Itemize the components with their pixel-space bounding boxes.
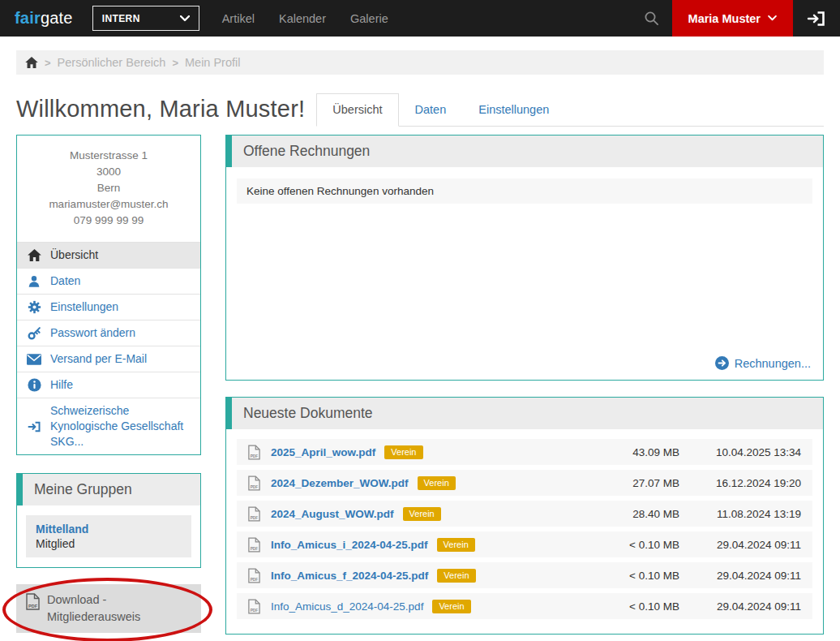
sign-in-icon — [807, 10, 826, 28]
home-icon[interactable] — [25, 57, 38, 68]
pdf-file-icon: PDF — [248, 506, 260, 522]
info-icon — [26, 378, 42, 392]
document-link[interactable]: Info_Amicus_d_2024-04-25.pdf — [271, 600, 423, 613]
document-date: 29.04.2024 09:11 — [679, 570, 801, 582]
document-link[interactable]: Info_Amicus_i_2024-04-25.pdf — [271, 539, 428, 551]
pdf-file-icon: PDF — [248, 537, 260, 553]
user-menu-button[interactable]: Maria Muster — [672, 0, 793, 37]
document-size: < 0.10 MB — [582, 570, 679, 582]
svg-text:PDF: PDF — [251, 485, 259, 489]
profile-tabs: ÜbersichtDatenEinstellungen — [316, 93, 824, 127]
contact-line: mariamuster@muster.ch — [24, 196, 194, 213]
document-badge: Verein — [437, 569, 475, 583]
logo-part-gate: gate — [41, 9, 73, 27]
contact-info: Musterstrasse 13000Bernmariamuster@muste… — [17, 136, 200, 242]
document-link[interactable]: 2025_April_wow.pdf — [271, 446, 375, 458]
document-badge: Verein — [403, 507, 441, 521]
sidebar-item-label: Hilfe — [50, 377, 73, 393]
sidebar-item-einstellungen[interactable]: Einstellungen — [17, 295, 200, 320]
sidebar-item-hilfe[interactable]: Hilfe — [17, 372, 200, 398]
pdf-file-icon: PDF — [248, 568, 260, 583]
home-icon — [26, 249, 42, 261]
envelope-icon — [26, 354, 42, 365]
sidebar-item-label: Schweizerische Kynologische Gesellschaft… — [50, 403, 191, 450]
document-size: < 0.10 MB — [582, 600, 679, 613]
invoices-panel-title: Offene Rechnungen — [226, 136, 823, 167]
profile-card-panel: Musterstrasse 13000Bernmariamuster@muste… — [16, 135, 201, 455]
document-date: 29.04.2024 09:11 — [679, 600, 801, 613]
document-row: PDF 2024_Dezember_WOW.pdf Verein 27.07 M… — [237, 470, 812, 496]
download-membership-card-button[interactable]: PDF Download - Mitgliederausweis — [16, 584, 201, 633]
sidebar-item-versand-per-e-mail[interactable]: Versand per E-Mail — [17, 346, 200, 372]
document-date: 16.12.2024 19:20 — [679, 477, 801, 489]
sidebar-item-label: Einstellungen — [50, 299, 118, 315]
document-link[interactable]: 2024_August_WOW.pdf — [271, 508, 394, 520]
scope-dropdown[interactable]: INTERN — [92, 6, 199, 31]
pdf-file-icon: PDF — [248, 445, 260, 460]
sidebar-item-daten[interactable]: Daten — [17, 269, 200, 295]
navbar-right: Maria Muster — [631, 0, 840, 37]
document-row: PDF 2024_August_WOW.pdf Verein 28.40 MB … — [237, 501, 812, 527]
scope-dropdown-value: INTERN — [102, 13, 140, 24]
invoices-empty-message: Keine offenen Rechnungen vorhanden — [237, 179, 812, 204]
nav-link-galerie[interactable]: Galerie — [350, 12, 388, 25]
logout-button[interactable] — [793, 0, 840, 37]
groups-panel-title: Meine Gruppen — [17, 474, 200, 505]
nav-link-kalender[interactable]: Kalender — [279, 12, 326, 25]
document-date: 11.08.2024 13:19 — [679, 508, 801, 520]
open-invoices-panel: Offene Rechnungen Keine offenen Rechnung… — [225, 135, 824, 381]
tab-bersicht[interactable]: Übersicht — [316, 93, 398, 127]
main-content: Musterstrasse 13000Bernmariamuster@muste… — [0, 135, 840, 635]
search-icon — [644, 11, 659, 26]
sidebar-item-label: Versand per E-Mail — [50, 351, 147, 367]
nav-links: ArtikelKalenderGalerie — [222, 12, 388, 25]
svg-text:PDF: PDF — [251, 516, 259, 520]
breadcrumb-item-mein-profil[interactable]: Mein Profil — [185, 56, 241, 69]
group-name-link[interactable]: Mittelland — [36, 523, 182, 536]
download-section: PDF Download - Mitgliederausweis — [16, 584, 201, 633]
invoices-link[interactable]: Rechnungen... — [735, 357, 811, 370]
tab-daten[interactable]: Daten — [399, 93, 463, 127]
document-link[interactable]: 2024_Dezember_WOW.pdf — [271, 477, 409, 489]
document-size: < 0.10 MB — [582, 539, 679, 551]
right-column: Offene Rechnungen Keine offenen Rechnung… — [225, 135, 824, 635]
document-badge: Verein — [432, 600, 470, 613]
document-link[interactable]: Info_Amicus_f_2024-04-25.pdf — [271, 570, 428, 582]
top-navbar: fairgate INTERN ArtikelKalenderGalerie M… — [0, 0, 840, 37]
tab-einstellungen[interactable]: Einstellungen — [462, 93, 565, 127]
group-card: MittellandMitglied — [26, 515, 191, 557]
gear-icon — [26, 300, 42, 314]
left-column: Musterstrasse 13000Bernmariamuster@muste… — [16, 135, 201, 635]
sidebar-item-passwort-ndern[interactable]: Passwort ändern — [17, 320, 200, 346]
sign-in-icon — [26, 420, 42, 433]
fairgate-logo[interactable]: fairgate — [15, 9, 73, 28]
sidebar-item-schweizerische-kynologische-gesellschaft[interactable]: Schweizerische Kynologische Gesellschaft… — [17, 398, 200, 454]
user-icon — [26, 274, 42, 288]
document-size: 43.09 MB — [582, 446, 679, 458]
contact-line: 079 999 99 99 — [24, 213, 194, 229]
document-row: PDF Info_Amicus_f_2024-04-25.pdf Verein … — [237, 562, 812, 588]
document-badge: Verein — [418, 476, 456, 490]
search-button[interactable] — [631, 0, 672, 37]
profile-menu: Übersicht Daten Einstellungen Passwort ä… — [17, 242, 200, 454]
nav-link-artikel[interactable]: Artikel — [222, 12, 255, 25]
invoices-body: Keine offenen Rechnungen vorhanden Rechn… — [226, 167, 823, 380]
pdf-file-icon: PDF — [248, 599, 260, 614]
latest-documents-panel: Neueste Dokumente PDF 2025_April_wow.pdf… — [225, 397, 824, 635]
breadcrumb: >Persönlicher Bereich>Mein Profil — [16, 50, 824, 75]
groups-list: MittellandMitglied — [17, 505, 200, 567]
title-row: Willkommen, Maria Muster! ÜbersichtDaten… — [0, 88, 840, 127]
key-icon — [26, 326, 42, 340]
document-row: PDF Info_Amicus_d_2024-04-25.pdf Verein … — [237, 593, 812, 619]
svg-text:PDF: PDF — [28, 604, 38, 609]
contact-line: 3000 — [24, 164, 194, 180]
sidebar-item-bersicht[interactable]: Übersicht — [17, 243, 200, 269]
breadcrumb-separator: > — [45, 57, 51, 69]
breadcrumb-item-pers-nlicher-bereich[interactable]: Persönlicher Bereich — [58, 56, 166, 69]
sidebar-item-label: Übersicht — [50, 247, 98, 263]
pdf-file-icon: PDF — [248, 475, 260, 491]
contact-line: Bern — [24, 180, 194, 196]
groups-panel: Meine Gruppen MittellandMitglied — [16, 473, 201, 568]
pdf-file-icon: PDF — [26, 593, 40, 615]
user-name: Maria Muster — [688, 12, 761, 25]
